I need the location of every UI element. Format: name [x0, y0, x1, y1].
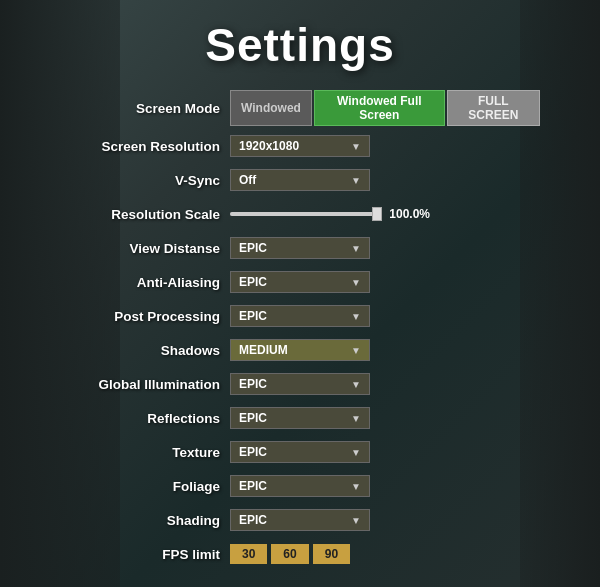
vsync-label: V-Sync: [60, 173, 230, 188]
post-processing-dropdown[interactable]: EPIC ▼: [230, 305, 370, 327]
view-distance-row: View Distanse EPIC ▼: [60, 234, 540, 262]
dropdown-arrow-icon: ▼: [343, 141, 361, 152]
dropdown-arrow-icon: ▼: [343, 311, 361, 322]
texture-value: EPIC: [239, 445, 267, 459]
texture-control: EPIC ▼: [230, 441, 540, 463]
view-distance-label: View Distanse: [60, 241, 230, 256]
shading-value: EPIC: [239, 513, 267, 527]
vsync-value: Off: [239, 173, 256, 187]
shading-dropdown[interactable]: EPIC ▼: [230, 509, 370, 531]
fps-30-button[interactable]: 30: [230, 544, 267, 564]
foliage-control: EPIC ▼: [230, 475, 540, 497]
resolution-scale-label: Resolution Scale: [60, 207, 230, 222]
settings-table: Screen Mode Windowed Windowed Full Scree…: [60, 90, 540, 568]
screen-resolution-row: Screen Resolution 1920x1080 ▼: [60, 132, 540, 160]
dropdown-arrow-icon: ▼: [343, 515, 361, 526]
texture-label: Texture: [60, 445, 230, 460]
reflections-dropdown[interactable]: EPIC ▼: [230, 407, 370, 429]
anti-aliasing-value: EPIC: [239, 275, 267, 289]
reflections-control: EPIC ▼: [230, 407, 540, 429]
shading-row: Shading EPIC ▼: [60, 506, 540, 534]
slider-track: [230, 212, 381, 216]
dropdown-arrow-icon: ▼: [343, 413, 361, 424]
post-processing-value: EPIC: [239, 309, 267, 323]
screen-mode-row: Screen Mode Windowed Windowed Full Scree…: [60, 90, 540, 126]
fps-limit-control: 30 60 90: [230, 544, 540, 564]
view-distance-value: EPIC: [239, 241, 267, 255]
dropdown-arrow-icon: ▼: [343, 175, 361, 186]
shading-control: EPIC ▼: [230, 509, 540, 531]
foliage-row: Foliage EPIC ▼: [60, 472, 540, 500]
post-processing-row: Post Processing EPIC ▼: [60, 302, 540, 330]
screen-resolution-dropdown[interactable]: 1920x1080 ▼: [230, 135, 370, 157]
screen-mode-group: Windowed Windowed Full Screen FULL SCREE…: [230, 90, 540, 126]
fps-90-button[interactable]: 90: [313, 544, 350, 564]
windowed-fullscreen-button[interactable]: Windowed Full Screen: [314, 90, 445, 126]
shading-label: Shading: [60, 513, 230, 528]
screen-mode-control: Windowed Windowed Full Screen FULL SCREE…: [230, 90, 540, 126]
shadows-value: MEDIUM: [239, 343, 288, 357]
shadows-dropdown[interactable]: MEDIUM ▼: [230, 339, 370, 361]
global-illumination-control: EPIC ▼: [230, 373, 540, 395]
global-illumination-label: Global Illumination: [60, 377, 230, 392]
windowed-button[interactable]: Windowed: [230, 90, 312, 126]
screen-resolution-value: 1920x1080: [239, 139, 299, 153]
settings-panel: Settings Screen Mode Windowed Windowed F…: [0, 0, 600, 587]
dropdown-arrow-icon: ▼: [343, 243, 361, 254]
slider-value: 100.0%: [389, 207, 430, 221]
foliage-label: Foliage: [60, 479, 230, 494]
foliage-dropdown[interactable]: EPIC ▼: [230, 475, 370, 497]
slider-thumb[interactable]: [372, 207, 382, 221]
reflections-value: EPIC: [239, 411, 267, 425]
page-title: Settings: [205, 18, 394, 72]
view-distance-dropdown[interactable]: EPIC ▼: [230, 237, 370, 259]
reflections-label: Reflections: [60, 411, 230, 426]
anti-aliasing-label: Anti-Aliasing: [60, 275, 230, 290]
global-illumination-dropdown[interactable]: EPIC ▼: [230, 373, 370, 395]
vsync-dropdown[interactable]: Off ▼: [230, 169, 370, 191]
anti-aliasing-control: EPIC ▼: [230, 271, 540, 293]
fps-limit-row: FPS limit 30 60 90: [60, 540, 540, 568]
post-processing-label: Post Processing: [60, 309, 230, 324]
fps-group: 30 60 90: [230, 544, 350, 564]
texture-dropdown[interactable]: EPIC ▼: [230, 441, 370, 463]
fps-limit-label: FPS limit: [60, 547, 230, 562]
shadows-control: MEDIUM ▼: [230, 339, 540, 361]
anti-aliasing-row: Anti-Aliasing EPIC ▼: [60, 268, 540, 296]
dropdown-arrow-icon: ▼: [343, 345, 361, 356]
view-distance-control: EPIC ▼: [230, 237, 540, 259]
screen-mode-label: Screen Mode: [60, 101, 230, 116]
global-illumination-row: Global Illumination EPIC ▼: [60, 370, 540, 398]
resolution-scale-slider-container: 100.0%: [230, 207, 430, 221]
screen-resolution-control: 1920x1080 ▼: [230, 135, 540, 157]
foliage-value: EPIC: [239, 479, 267, 493]
resolution-scale-control: 100.0%: [230, 207, 540, 221]
anti-aliasing-dropdown[interactable]: EPIC ▼: [230, 271, 370, 293]
texture-row: Texture EPIC ▼: [60, 438, 540, 466]
global-illumination-value: EPIC: [239, 377, 267, 391]
shadows-label: Shadows: [60, 343, 230, 358]
shadows-row: Shadows MEDIUM ▼: [60, 336, 540, 364]
dropdown-arrow-icon: ▼: [343, 481, 361, 492]
fullscreen-button[interactable]: FULL SCREEN: [447, 90, 540, 126]
dropdown-arrow-icon: ▼: [343, 277, 361, 288]
slider-fill: [230, 212, 381, 216]
dropdown-arrow-icon: ▼: [343, 447, 361, 458]
vsync-control: Off ▼: [230, 169, 540, 191]
fps-60-button[interactable]: 60: [271, 544, 308, 564]
reflections-row: Reflections EPIC ▼: [60, 404, 540, 432]
vsync-row: V-Sync Off ▼: [60, 166, 540, 194]
screen-resolution-label: Screen Resolution: [60, 139, 230, 154]
dropdown-arrow-icon: ▼: [343, 379, 361, 390]
post-processing-control: EPIC ▼: [230, 305, 540, 327]
resolution-scale-row: Resolution Scale 100.0%: [60, 200, 540, 228]
